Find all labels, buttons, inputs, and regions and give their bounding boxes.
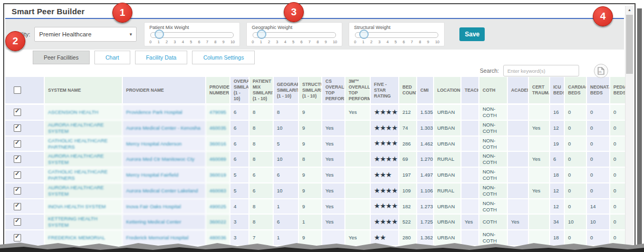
cell-checkbox bbox=[5, 104, 44, 120]
col-header-m3[interactable]: 3M™ OVERALL TOP PERFORMER bbox=[345, 77, 370, 104]
cell-geographic: 10 bbox=[273, 151, 299, 167]
col-header-location[interactable]: LOCATION bbox=[434, 77, 461, 104]
cell-checkbox bbox=[5, 120, 44, 136]
slider-track[interactable] bbox=[355, 32, 438, 38]
col-header-cmi[interactable]: CMI bbox=[417, 77, 434, 104]
slider-tick: 10 bbox=[230, 40, 235, 44]
weight-sliders: Patient Mix Weight012345678910Geographic… bbox=[144, 22, 451, 46]
row-checkbox[interactable] bbox=[14, 140, 21, 148]
col-header-coth[interactable]: COTH bbox=[479, 77, 507, 104]
cell-patient: 8 bbox=[249, 214, 273, 230]
cell-system: AURORA HEALTHCARE SYSTEM bbox=[44, 120, 122, 136]
row-checkbox[interactable] bbox=[14, 218, 21, 226]
cell-geographic: 8 bbox=[273, 104, 299, 120]
cell-coth: NON-COTH bbox=[479, 167, 507, 183]
cell-stars: ★★★ bbox=[370, 167, 399, 183]
col-header-teaching[interactable]: TEACHING bbox=[461, 77, 479, 104]
cell-m3: Yes bbox=[345, 104, 370, 120]
col-header-cert[interactable]: CERT TRAUMA bbox=[528, 77, 550, 104]
col-header-checkbox[interactable] bbox=[5, 77, 44, 104]
col-header-beds[interactable]: BED COUNT bbox=[399, 77, 417, 104]
col-header-icu[interactable]: ICU BEDS bbox=[550, 77, 564, 104]
col-header-system[interactable]: SYSTEM NAME bbox=[44, 77, 122, 104]
col-header-patient[interactable]: PATIENT MIX SIMILARITY (1 - 10) bbox=[249, 77, 273, 104]
slider-handle[interactable] bbox=[155, 30, 164, 39]
tab-chart[interactable]: Chart bbox=[94, 51, 130, 64]
cell-structural: 1 bbox=[299, 214, 322, 230]
slider-handle[interactable] bbox=[257, 30, 266, 39]
cell-teaching bbox=[461, 136, 479, 152]
slider-track[interactable] bbox=[253, 32, 336, 38]
row-checkbox[interactable] bbox=[14, 109, 21, 116]
cell-checkbox bbox=[5, 214, 44, 230]
tab-facility-data[interactable]: Facility Data bbox=[135, 51, 188, 64]
slider-tick: 2 bbox=[370, 40, 372, 44]
cell-number: 460089 bbox=[206, 151, 230, 167]
cell-checkbox bbox=[5, 199, 44, 215]
row-checkbox[interactable] bbox=[14, 156, 21, 163]
chevron-down-icon: ▾ bbox=[130, 32, 132, 37]
facility-select[interactable]: Premier Healthcare ▾ bbox=[34, 27, 137, 42]
scroll-up-arrow[interactable]: ▲ bbox=[626, 6, 633, 14]
save-button[interactable]: Save bbox=[459, 27, 485, 41]
slider-tick: 1 bbox=[260, 40, 262, 44]
select-all-checkbox[interactable] bbox=[14, 86, 21, 94]
col-header-structural[interactable]: STRUCTURAL SIMILARITY (1 - 10) bbox=[299, 77, 322, 104]
slider-label: Geographic Weight bbox=[252, 25, 337, 30]
row-checkbox[interactable] bbox=[14, 203, 21, 210]
cell-system: CATHOLIC HEALTHCARE PARTNERS bbox=[44, 136, 122, 152]
callout-badge-3: 3 bbox=[284, 2, 304, 22]
tab-peer-facilities[interactable]: Peer Facilities bbox=[33, 51, 90, 64]
cell-icu: 12 bbox=[550, 199, 564, 215]
col-header-provider[interactable]: PROVIDER NAME bbox=[122, 77, 206, 104]
col-header-overall[interactable]: OVERALL SIMILARITY (1 - 10) bbox=[230, 77, 249, 104]
cell-geographic: 5 bbox=[273, 136, 299, 152]
slider-tick: 3 bbox=[276, 40, 278, 44]
cell-coth: NON-COTH bbox=[479, 183, 507, 199]
page-title: Smart Peer Builder bbox=[12, 7, 85, 16]
cell-beds: 286 bbox=[399, 136, 417, 152]
cell-coth: NON-COTH bbox=[479, 120, 507, 136]
cell-academic bbox=[507, 120, 528, 136]
col-header-cardiac[interactable]: CARDIAC BEDS bbox=[564, 77, 587, 104]
col-header-academic[interactable]: ACADEMIC bbox=[507, 77, 528, 104]
slider-track[interactable] bbox=[150, 32, 234, 38]
row-checkbox[interactable] bbox=[14, 171, 21, 179]
cell-provider: Aurora Med Ctr Manitowoc Cty bbox=[122, 151, 206, 167]
cell-overall: 4 bbox=[230, 199, 249, 215]
slider-tick: 9 bbox=[223, 40, 225, 44]
col-header-geographic[interactable]: GEOGRAPHIC SIMILARITY (1 - 10) bbox=[273, 77, 299, 104]
col-header-neonatal[interactable]: NEONATAL BEDS bbox=[587, 77, 610, 104]
scrollbar-thumb[interactable] bbox=[626, 15, 633, 74]
col-header-stars[interactable]: FIVE - STAR RATING bbox=[370, 77, 399, 104]
cell-cert bbox=[528, 104, 550, 120]
slider-tick: 0 bbox=[149, 40, 151, 44]
cell-teaching: Yes bbox=[461, 214, 479, 230]
cell-checkbox bbox=[5, 167, 44, 183]
cell-geographic: 1 bbox=[273, 199, 299, 215]
cell-location: RURAL bbox=[434, 151, 461, 167]
cell-patient: 6 bbox=[249, 183, 273, 199]
peer-table-body: ASCENSION HEALTHProvidence Park Hospital… bbox=[5, 104, 631, 249]
row-checkbox[interactable] bbox=[14, 187, 21, 195]
cell-neonatal: 0 bbox=[587, 104, 610, 120]
vertical-scrollbar[interactable]: ▲ bbox=[625, 6, 633, 245]
col-header-number[interactable]: PROVIDER NUMBER bbox=[206, 77, 230, 104]
callout-badge-4: 4 bbox=[593, 6, 613, 26]
search-input[interactable] bbox=[503, 65, 579, 76]
table-row: AURORA HEALTHCARE SYSTEMAurora Med Ctr M… bbox=[5, 151, 631, 167]
cell-teaching bbox=[461, 167, 479, 183]
table-row: ASCENSION HEALTHProvidence Park Hospital… bbox=[5, 104, 631, 120]
slider-handle[interactable] bbox=[359, 30, 369, 39]
cell-academic bbox=[507, 104, 528, 120]
row-checkbox[interactable] bbox=[14, 124, 21, 132]
cell-cert bbox=[528, 214, 550, 230]
tab-column-settings[interactable]: Column Settings bbox=[192, 51, 255, 64]
cell-stars: ★★★★★ bbox=[370, 104, 399, 120]
col-header-cs[interactable]: CS OVERALL TOP PERFORMER bbox=[322, 77, 345, 104]
cell-provider: Providence Park Hospital bbox=[122, 104, 206, 120]
export-button[interactable]: xls bbox=[594, 64, 608, 78]
slider-tick: 0 bbox=[252, 40, 254, 44]
cell-m3 bbox=[345, 151, 370, 167]
slider-tick: 9 bbox=[325, 40, 327, 44]
